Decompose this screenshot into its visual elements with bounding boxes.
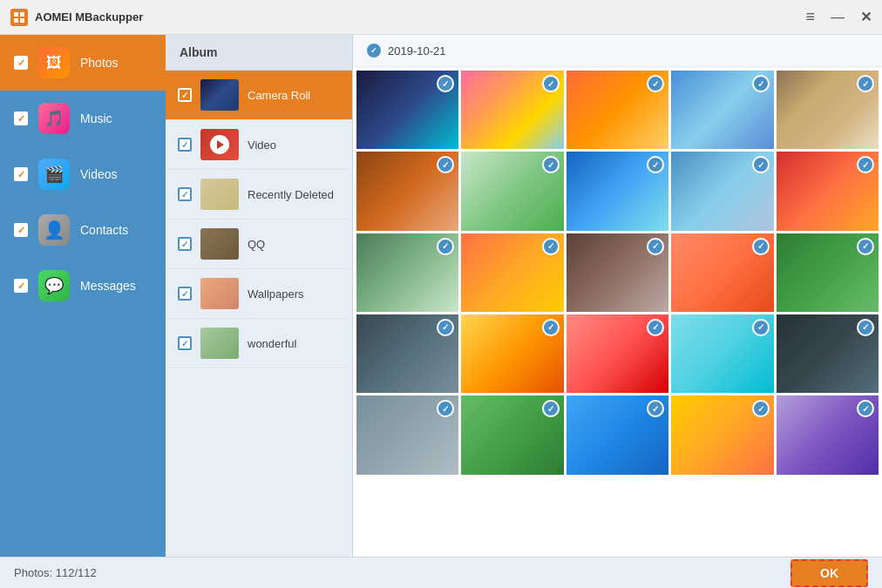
- recently-deleted-checkbox[interactable]: [178, 187, 192, 201]
- photo-cell-5[interactable]: [777, 71, 879, 149]
- status-bar: Photos: 112/112 OK: [0, 557, 882, 588]
- photo-cell-24[interactable]: [671, 395, 773, 474]
- qq-label: QQ: [248, 238, 340, 251]
- photo-cell-10[interactable]: [777, 152, 879, 230]
- photo-check-5: [857, 75, 874, 92]
- qq-checkbox[interactable]: [178, 237, 192, 251]
- photo-cell-9[interactable]: [671, 152, 773, 230]
- photo-cell-8[interactable]: [567, 152, 668, 230]
- app-title-area: AOMEI MBackupper: [10, 9, 143, 26]
- photos-label: Photos: [80, 56, 119, 70]
- wonderful-label: wonderful: [248, 337, 340, 350]
- photo-grid-container[interactable]: [353, 67, 882, 557]
- recently-deleted-thumb: [200, 179, 239, 210]
- photo-area: 2019-10-21: [353, 35, 882, 557]
- photos-icon: 🖼: [38, 47, 70, 78]
- photo-cell-15[interactable]: [777, 233, 879, 312]
- qq-thumb: [200, 228, 239, 260]
- messages-icon: 💬: [38, 270, 70, 301]
- photo-check-4: [752, 75, 770, 92]
- window-controls: ≡ — ✕: [805, 8, 872, 26]
- photo-cell-22[interactable]: [461, 395, 563, 474]
- photo-check-22: [542, 400, 560, 417]
- messages-label: Messages: [80, 279, 136, 293]
- album-item-camera-roll[interactable]: Camera Roll: [166, 71, 352, 120]
- photo-check-15: [857, 238, 874, 255]
- photo-cell-13[interactable]: [567, 233, 668, 312]
- photo-check-11: [437, 238, 454, 255]
- contacts-checkbox[interactable]: [14, 223, 28, 237]
- photo-check-24: [752, 400, 770, 417]
- photo-cell-19[interactable]: [671, 314, 773, 393]
- album-header: Album: [166, 35, 352, 71]
- app-icon: [10, 9, 28, 26]
- photo-cell-1[interactable]: [356, 71, 458, 149]
- contacts-icon: 👤: [38, 214, 70, 246]
- photo-cell-23[interactable]: [567, 395, 668, 474]
- main-area: 🖼 Photos 🎵 Music 🎬 Videos 👤 Contacts 💬 M…: [0, 35, 882, 557]
- camera-roll-thumb: [200, 79, 239, 111]
- recently-deleted-label: Recently Deleted: [248, 188, 340, 201]
- video-checkbox[interactable]: [178, 138, 192, 152]
- album-item-qq[interactable]: QQ: [166, 220, 352, 269]
- svg-rect-1: [20, 12, 24, 17]
- music-icon: 🎵: [38, 103, 70, 134]
- album-item-wallpapers[interactable]: Wallpapers: [166, 269, 352, 319]
- close-button[interactable]: ✕: [860, 9, 872, 25]
- videos-checkbox[interactable]: [14, 167, 28, 181]
- video-thumb: [200, 129, 239, 160]
- photo-cell-16[interactable]: [356, 314, 458, 393]
- camera-roll-checkbox[interactable]: [178, 88, 192, 102]
- messages-checkbox[interactable]: [14, 279, 28, 293]
- album-sidebar: Album Camera Roll Video: [166, 35, 353, 557]
- photo-cell-25[interactable]: [777, 395, 879, 474]
- svg-rect-3: [20, 18, 24, 23]
- photo-check-14: [752, 238, 770, 255]
- album-item-recently-deleted[interactable]: Recently Deleted: [166, 170, 352, 220]
- svg-rect-0: [14, 12, 18, 17]
- menu-icon[interactable]: ≡: [805, 8, 815, 26]
- photo-check-9: [752, 156, 770, 173]
- minimize-button[interactable]: —: [831, 10, 845, 25]
- photo-cell-21[interactable]: [356, 395, 458, 474]
- wonderful-thumb: [200, 328, 239, 359]
- photo-cell-6[interactable]: [356, 152, 458, 230]
- photo-cell-2[interactable]: [461, 71, 563, 149]
- svg-rect-2: [14, 18, 18, 23]
- photo-cell-17[interactable]: [461, 314, 563, 393]
- sidebar-item-photos[interactable]: 🖼 Photos: [0, 35, 166, 91]
- photo-cell-3[interactable]: [567, 71, 668, 149]
- wonderful-checkbox[interactable]: [178, 336, 192, 350]
- photo-cell-18[interactable]: [567, 314, 668, 393]
- photo-cell-7[interactable]: [461, 152, 563, 230]
- photo-check-20: [857, 319, 874, 336]
- ok-button[interactable]: OK: [790, 559, 868, 587]
- wallpapers-checkbox[interactable]: [178, 287, 192, 301]
- photo-check-12: [542, 238, 560, 255]
- album-item-video[interactable]: Video: [166, 120, 352, 170]
- music-checkbox[interactable]: [14, 112, 28, 125]
- videos-icon: 🎬: [38, 159, 70, 190]
- photo-check-2: [542, 75, 560, 92]
- left-sidebar: 🖼 Photos 🎵 Music 🎬 Videos 👤 Contacts 💬 M…: [0, 35, 166, 557]
- sidebar-item-contacts[interactable]: 👤 Contacts: [0, 202, 166, 258]
- photo-cell-4[interactable]: [671, 71, 773, 149]
- sidebar-item-messages[interactable]: 💬 Messages: [0, 258, 166, 314]
- photos-checkbox[interactable]: [14, 56, 28, 70]
- date-check-icon: [367, 44, 381, 57]
- title-bar: AOMEI MBackupper ≡ — ✕: [0, 0, 882, 35]
- date-header: 2019-10-21: [353, 35, 882, 67]
- video-label: Video: [248, 139, 340, 152]
- album-item-wonderful[interactable]: wonderful: [166, 319, 352, 368]
- photo-cell-12[interactable]: [461, 233, 563, 312]
- wallpapers-thumb: [200, 278, 239, 309]
- sidebar-item-music[interactable]: 🎵 Music: [0, 91, 166, 146]
- photo-check-17: [542, 319, 560, 336]
- photo-cell-11[interactable]: [356, 233, 458, 312]
- photo-cell-14[interactable]: [671, 233, 773, 312]
- photo-cell-20[interactable]: [777, 314, 879, 393]
- photo-check-7: [542, 156, 560, 173]
- sidebar-item-videos[interactable]: 🎬 Videos: [0, 146, 166, 202]
- contacts-label: Contacts: [80, 223, 128, 237]
- photo-check-13: [647, 238, 664, 255]
